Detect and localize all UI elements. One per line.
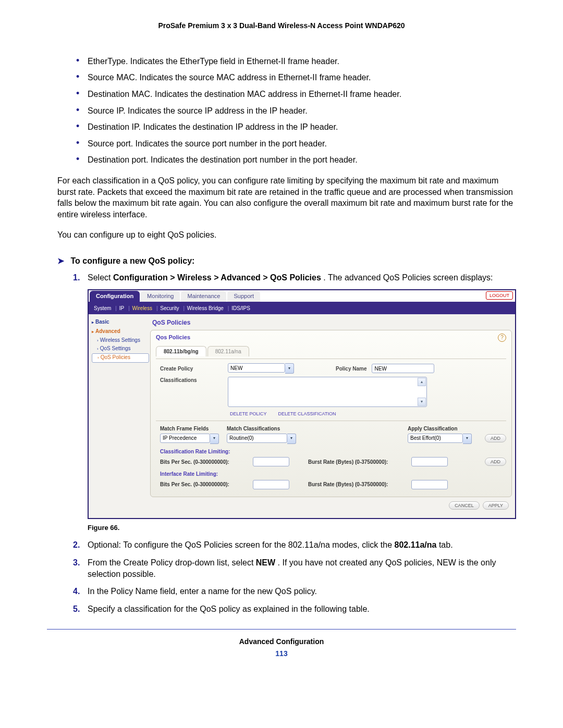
- classifications-list[interactable]: ▴ ▾: [228, 377, 427, 407]
- page-footer: Advanced Configuration 113: [47, 629, 516, 659]
- panel-title: QoS Policies: [152, 318, 512, 327]
- subnav-item[interactable]: IP: [119, 305, 124, 311]
- apply-classification-select[interactable]: ▾: [408, 434, 481, 444]
- step-text: From the Create Policy drop-down list, s…: [88, 558, 256, 567]
- label-burst-rate: Burst Rate (Bytes) (0-37500000):: [308, 481, 407, 488]
- logout-button[interactable]: LOGOUT: [486, 291, 513, 300]
- dropdown-icon[interactable]: ▾: [463, 434, 472, 444]
- step-5: Specify a classification for the QoS pol…: [73, 603, 516, 615]
- step-text: . The advanced QoS Policies screen displ…: [323, 273, 493, 282]
- match-classifications-input[interactable]: [227, 434, 287, 443]
- step-1: Select Configuration > Wireless > Advanc…: [73, 272, 516, 533]
- dropdown-icon[interactable]: ▾: [287, 434, 296, 444]
- iface-burst-input[interactable]: [411, 480, 448, 489]
- bullet-item: Source IP. Indicates the source IP addre…: [73, 105, 516, 117]
- leftnav-label: Basic: [95, 319, 109, 325]
- section-class-rate-limiting: Classification Rate Limiting:: [160, 448, 506, 455]
- main-area: QoS Policies Qos Policies ? 802.11b/bg/n…: [150, 314, 515, 518]
- match-classifications-select[interactable]: ▾: [227, 434, 305, 444]
- caret-icon: ▸: [92, 320, 94, 325]
- modetab-label: 802.11a/na: [215, 349, 241, 354]
- class-bits-input[interactable]: [253, 457, 289, 466]
- label-create-policy: Create Policy: [160, 365, 223, 373]
- leftnav-item-selected[interactable]: ›QoS Policies: [92, 353, 149, 363]
- step-bold: NEW: [256, 558, 275, 567]
- bullet-item: Source MAC. Indicates the source MAC add…: [73, 72, 516, 83]
- caret-icon: ›: [97, 347, 99, 351]
- subnav-item[interactable]: Wireless Bridge: [187, 305, 224, 311]
- label-match-classifications: Match Classifications: [227, 425, 305, 433]
- class-burst-input[interactable]: [411, 457, 448, 466]
- leftnav-label: Advanced: [95, 328, 120, 334]
- qos-screenshot: Configuration Monitoring Maintenance Sup…: [88, 289, 516, 519]
- dropdown-icon[interactable]: ▾: [210, 434, 219, 444]
- subnav-item[interactable]: IDS/IPS: [231, 305, 250, 311]
- delete-policy-button[interactable]: DELETE POLICY: [227, 410, 270, 417]
- add-rate-button[interactable]: ADD: [485, 458, 506, 466]
- apply-classification-input[interactable]: [408, 434, 463, 443]
- modetab-ana[interactable]: 802.11a/na: [207, 346, 249, 357]
- figure-caption: Figure 66.: [88, 523, 516, 533]
- body-paragraph: You can configure up to eight QoS polici…: [57, 229, 516, 241]
- leftnav-item[interactable]: ›Wireless Settings: [92, 337, 147, 344]
- section-interface-rate-limiting: Interface Rate Limiting:: [160, 471, 506, 478]
- page-number: 113: [47, 649, 516, 659]
- top-tabbar: Configuration Monitoring Maintenance Sup…: [89, 290, 515, 303]
- iface-bits-input[interactable]: [253, 480, 289, 489]
- leftnav-label: Wireless Settings: [100, 337, 140, 343]
- subnav-sep: |: [183, 305, 185, 311]
- match-frame-fields-input[interactable]: [160, 434, 210, 443]
- procedure-heading: ➤ To configure a new QoS policy:: [57, 255, 516, 267]
- sub-nav: System| IP| Wireless| Security| Wireless…: [89, 303, 515, 314]
- procedure-steps: Select Configuration > Wireless > Advanc…: [73, 272, 516, 615]
- label-burst-rate: Burst Rate (Bytes) (0-37500000):: [308, 459, 407, 466]
- step-3: From the Create Policy drop-down list, s…: [73, 557, 516, 579]
- leftnav-item[interactable]: ›QoS Settings: [92, 345, 147, 352]
- step-bold: Configuration > Wireless > Advanced > Qo…: [113, 273, 321, 282]
- delete-classification-button[interactable]: DELETE CLASSIFICATION: [275, 410, 339, 417]
- caret-icon: ›: [97, 355, 99, 360]
- caret-icon: ›: [97, 338, 99, 343]
- subpanel-title: Qos Policies: [156, 334, 190, 341]
- bullet-item: Destination IP. Indicates the destinatio…: [73, 121, 516, 133]
- tab-monitoring[interactable]: Monitoring: [141, 291, 180, 302]
- bullet-item: EtherType. Indicates the EtherType field…: [73, 56, 516, 67]
- subnav-item[interactable]: System: [94, 305, 111, 311]
- step-bold: 802.11a/na: [394, 540, 436, 549]
- step-2: Optional: To configure the QoS Policies …: [73, 539, 516, 551]
- label-apply-classification: Apply Classification: [408, 425, 481, 433]
- step-text: tab.: [439, 540, 453, 549]
- tab-maintenance[interactable]: Maintenance: [181, 291, 226, 302]
- match-frame-fields-select[interactable]: ▾: [160, 434, 223, 444]
- tab-support[interactable]: Support: [227, 291, 260, 302]
- add-classification-button[interactable]: ADD: [485, 434, 506, 442]
- leftnav-advanced[interactable]: ▸Advanced: [92, 328, 147, 335]
- policy-name-input[interactable]: [372, 364, 434, 373]
- bullet-list: EtherType. Indicates the EtherType field…: [73, 56, 516, 166]
- apply-button[interactable]: APPLY: [483, 501, 509, 510]
- subnav-sep: |: [228, 305, 229, 311]
- scroll-down-icon[interactable]: ▾: [418, 398, 426, 406]
- label-bits-per-sec: Bits Per Sec. (0-300000000):: [160, 459, 249, 466]
- scroll-up-icon[interactable]: ▴: [418, 378, 426, 386]
- subnav-item-active[interactable]: Wireless: [132, 305, 152, 311]
- bullet-item: Source port. Indicates the source port n…: [73, 138, 516, 150]
- create-policy-input[interactable]: [228, 363, 285, 373]
- bullet-item: Destination MAC. Indicates the destinati…: [73, 89, 516, 100]
- cancel-button[interactable]: CANCEL: [449, 501, 480, 510]
- modetab-bgng[interactable]: 802.11b/bg/ng: [156, 346, 206, 357]
- subnav-sep: |: [115, 305, 117, 311]
- doc-title: ProSafe Premium 3 x 3 Dual-Band Wireless…: [47, 21, 516, 31]
- subnav-item[interactable]: Security: [160, 305, 179, 311]
- help-icon[interactable]: ?: [498, 334, 506, 342]
- label-policy-name: Policy Name: [336, 365, 366, 373]
- label-match-frame-fields: Match Frame Fields: [160, 425, 223, 433]
- subnav-sep: |: [128, 305, 130, 311]
- create-policy-select[interactable]: ▾: [228, 363, 294, 374]
- left-nav: ▸Basic ▸Advanced ›Wireless Settings ›QoS…: [89, 314, 150, 518]
- leftnav-basic[interactable]: ▸Basic: [92, 318, 147, 326]
- step-4: In the Policy Name field, enter a name f…: [73, 586, 516, 597]
- dropdown-icon[interactable]: ▾: [285, 363, 294, 374]
- tab-configuration[interactable]: Configuration: [90, 291, 140, 302]
- leftnav-label: QoS Settings: [100, 346, 131, 351]
